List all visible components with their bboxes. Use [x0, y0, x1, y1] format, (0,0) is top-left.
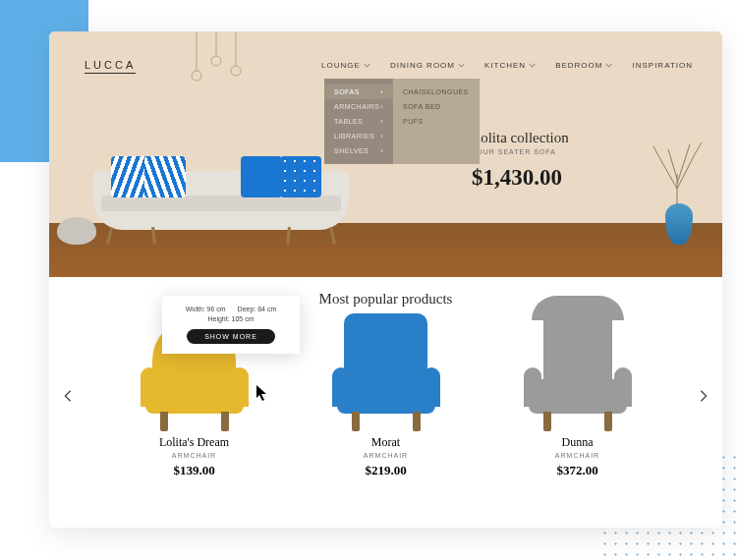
dropdown-sofas-label: SOFAS [334, 88, 360, 95]
product-name: Dunna [496, 435, 658, 450]
chevron-down-icon [364, 63, 370, 68]
dropdown-tables-label: TABLES [334, 118, 363, 125]
tooltip-width-label: Width: [186, 306, 205, 312]
tooltip-height-label: Height: [207, 315, 229, 322]
dropdown-pufs[interactable]: PUFS [393, 114, 480, 129]
dropdown-col1: SOFAS› ARMCHAIRS› TABLES› LIBRARIES› SHE… [324, 79, 393, 164]
tooltip-height-value: 105 cm [232, 315, 255, 322]
branches-image [651, 135, 705, 208]
chevron-right-icon: › [380, 103, 383, 110]
nav-lounge[interactable]: LOUNGE [321, 61, 370, 70]
tooltip-deep-label: Deep: [238, 306, 256, 312]
tooltip-deep-value: 84 cm [257, 306, 276, 312]
pendant-lights-icon [187, 31, 246, 100]
popular-title: Most popular products [49, 291, 722, 308]
svg-point-1 [192, 71, 201, 81]
nav-dining-label: DINING ROOM [390, 61, 455, 70]
nav-lounge-label: LOUNGE [321, 61, 361, 70]
nav-kitchen[interactable]: KITCHEN [484, 61, 536, 70]
hero-subtitle: FOUR SEATER SOFA [472, 148, 569, 155]
nav-dining[interactable]: DINING ROOM [390, 61, 465, 70]
carousel: Width: 96 cmDeep: 84 cm Height: 105 cm S… [49, 313, 722, 478]
product-card[interactable]: Width: 96 cmDeep: 84 cm Height: 105 cm S… [113, 313, 275, 478]
dropdown-sofas[interactable]: SOFAS› [324, 84, 393, 99]
dropdown-libraries-label: LIBRARIES [334, 133, 374, 140]
product-price: $219.00 [305, 463, 467, 478]
pouf-image [57, 217, 96, 245]
main-card: LUCCA LOUNGE DINING ROOM KITCHEN BEDROOM… [49, 31, 722, 528]
dropdown-libraries[interactable]: LIBRARIES› [324, 129, 393, 143]
dropdown-sofabed[interactable]: SOFA BED [393, 99, 480, 114]
chevron-down-icon [605, 63, 612, 68]
logo[interactable]: LUCCA [85, 59, 136, 74]
product-name: Morat [305, 435, 467, 450]
product-tooltip: Width: 96 cmDeep: 84 cm Height: 105 cm S… [162, 296, 300, 354]
product-type: ARMCHAIR [305, 452, 467, 459]
product-card[interactable]: Dunna ARMCHAIR $372.00 [496, 313, 658, 478]
sofa-image [93, 151, 349, 245]
nav-bedroom[interactable]: BEDROOM [555, 61, 612, 70]
nav-bedroom-label: BEDROOM [555, 61, 602, 70]
hero-price: $1,430.00 [472, 165, 569, 191]
dropdown-shelves[interactable]: SHELVES› [324, 143, 393, 158]
product-name: Lolita's Dream [113, 435, 275, 450]
chevron-down-icon [529, 63, 536, 68]
dropdown-menu: SOFAS› ARMCHAIRS› TABLES› LIBRARIES› SHE… [324, 79, 480, 164]
vase-image [665, 203, 693, 245]
cursor-icon [255, 384, 269, 402]
chair-image [514, 313, 642, 431]
dropdown-armchairs[interactable]: ARMCHAIRS› [324, 99, 393, 114]
dropdown-col2: CHAISELONGUES SOFA BED PUFS [393, 79, 480, 164]
chevron-right-icon: › [380, 88, 383, 95]
hero-section: LUCCA LOUNGE DINING ROOM KITCHEN BEDROOM… [49, 31, 722, 277]
product-type: ARMCHAIR [496, 452, 658, 459]
tooltip-width-value: 96 cm [207, 306, 226, 312]
nav-inspiration-label: INSPIRATION [632, 61, 693, 70]
dropdown-shelves-label: SHELVES [334, 147, 368, 154]
svg-point-3 [211, 56, 221, 66]
svg-point-5 [231, 66, 241, 76]
chair-image [322, 313, 450, 431]
dropdown-tables[interactable]: TABLES› [324, 114, 393, 129]
hero-title: Lolita collection [472, 130, 569, 146]
product-card[interactable]: Morat ARMCHAIR $219.00 [305, 313, 467, 478]
show-more-button[interactable]: SHOW MORE [187, 329, 275, 344]
product-price: $372.00 [496, 463, 658, 478]
main-nav: LOUNGE DINING ROOM KITCHEN BEDROOM INSPI… [321, 61, 693, 70]
chevron-right-icon: › [380, 118, 383, 125]
chevron-right-icon: › [380, 133, 383, 140]
chevron-right-icon: › [380, 147, 383, 154]
hero-content: Lolita collection FOUR SEATER SOFA $1,43… [472, 130, 569, 191]
chevron-down-icon [458, 63, 465, 68]
dropdown-armchairs-label: ARMCHAIRS [334, 103, 380, 110]
dropdown-chaise[interactable]: CHAISELONGUES [393, 84, 480, 99]
nav-inspiration[interactable]: INSPIRATION [632, 61, 693, 70]
product-type: ARMCHAIR [113, 452, 275, 459]
product-price: $139.00 [113, 463, 275, 478]
arrow-left-icon[interactable] [61, 389, 75, 403]
arrow-right-icon[interactable] [697, 389, 710, 403]
nav-kitchen-label: KITCHEN [484, 61, 526, 70]
popular-section: Most popular products Width: 96 cmDeep: … [49, 277, 722, 478]
product-list: Width: 96 cmDeep: 84 cm Height: 105 cm S… [75, 313, 697, 478]
